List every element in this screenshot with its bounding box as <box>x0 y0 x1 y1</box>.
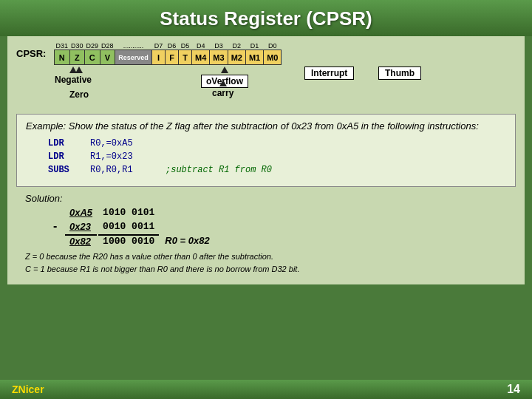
note-text: Z = 0 because the R20 has a value other … <box>25 251 507 276</box>
code-table: LDR R0,=0xA5 LDR R1,=0x23 SUBS R0,R0,R1 … <box>41 136 279 177</box>
result-3: R0 = 0x82 <box>160 234 214 247</box>
bit-m4: M4 <box>192 50 210 65</box>
hex-3: 0x82 <box>65 234 97 247</box>
register-table: D31 D30 D29 D28 ........... D7 D6 D5 D4 … <box>54 42 282 65</box>
bit-f: F <box>166 50 179 65</box>
register-main-row: N Z C V Reserved I F T M4 M3 M2 M1 M0 <box>55 50 282 65</box>
mnemonic-3: SUBS <box>42 164 83 176</box>
label-d1: D1 <box>245 42 263 50</box>
bit-t: T <box>179 50 192 65</box>
note-1: Z = 0 because the R20 has a value other … <box>25 251 507 262</box>
label-d3: D3 <box>210 42 228 50</box>
prefix-3 <box>49 234 64 247</box>
operand-1: R0,=0xA5 <box>84 137 158 149</box>
carry-label: carry <box>212 88 233 98</box>
result-2 <box>160 219 214 233</box>
comment-1 <box>160 137 278 149</box>
label-d0: D0 <box>264 42 282 50</box>
bin-3: 1000 0010 <box>98 234 159 247</box>
example-box: Example: Show the status of the Z flag a… <box>16 114 516 187</box>
cpsr-label: CPSR: <box>16 48 50 59</box>
bit-z: Z <box>69 50 85 65</box>
label-d4: D4 <box>192 42 210 50</box>
cpsr-label-row: CPSR: D31 D30 D29 D28 ........... D7 D6 … <box>16 42 516 65</box>
bin-1: 1010 0101 <box>98 207 159 218</box>
logo-text: Nicer <box>18 383 44 395</box>
bit-c: C <box>85 50 100 65</box>
solution-table: 0xA5 1010 0101 - 0x23 0010 0011 0x82 100… <box>47 205 216 248</box>
example-title: Example: Show the status of the Z flag a… <box>26 120 506 132</box>
bit-m1: M1 <box>245 50 263 65</box>
thumb-label: Thumb <box>378 66 421 80</box>
mnemonic-2: LDR <box>42 151 83 163</box>
operand-2: R1,=0x23 <box>84 151 158 163</box>
note-2: C = 1 because R1 is not bigger than R0 a… <box>25 264 507 275</box>
solution-row-2: - 0x23 0010 0011 <box>49 219 214 233</box>
solution-label: Solution: <box>25 193 507 204</box>
thumb-label-group: Thumb <box>378 66 421 80</box>
bit-m2: M2 <box>228 50 245 65</box>
bit-i: I <box>152 50 166 65</box>
comment-2 <box>160 151 278 163</box>
bit-n: N <box>55 50 70 65</box>
code-row-3: SUBS R0,R0,R1 ;subtract R1 from R0 <box>42 164 278 176</box>
result-1 <box>160 207 214 218</box>
prefix-1 <box>49 207 64 218</box>
hex-1: 0xA5 <box>65 207 97 218</box>
zero-label: Zero <box>69 89 89 100</box>
cpsr-section: CPSR: D31 D30 D29 D28 ........... D7 D6 … <box>16 42 516 109</box>
title-bar: Status Register (CPSR) <box>0 0 532 36</box>
bit-reserved: Reserved <box>115 50 152 65</box>
label-d7: D7 <box>152 42 166 50</box>
carry-label-group: carry <box>212 66 233 98</box>
solution-row-3: 0x82 1000 0010 R0 = 0x82 <box>49 234 214 247</box>
bit-m3: M3 <box>210 50 228 65</box>
solution-section: Solution: 0xA5 1010 0101 - 0x23 0010 001… <box>16 190 516 279</box>
main-content: CPSR: D31 D30 D29 D28 ........... D7 D6 … <box>7 36 525 284</box>
bin-2: 0010 0011 <box>98 219 159 233</box>
comment-3: ;subtract R1 from R0 <box>160 164 278 176</box>
hex-2: 0x23 <box>65 219 97 233</box>
prefix-2: - <box>49 219 64 233</box>
bit-m0: M0 <box>264 50 282 65</box>
interrupt-label-group: Interrupt <box>304 66 354 80</box>
logo-z: Z <box>12 383 18 395</box>
interrupt-label: Interrupt <box>304 66 354 80</box>
page-number: 14 <box>507 383 520 396</box>
bottom-logo: ZNicer <box>12 383 44 395</box>
zero-label-group: Zero <box>69 66 89 100</box>
label-d6: D6 <box>166 42 179 50</box>
page-title: Status Register (CPSR) <box>0 7 532 30</box>
label-d29: D29 <box>85 42 100 50</box>
mnemonic-1: LDR <box>42 137 83 149</box>
bit-v: V <box>100 50 115 65</box>
label-d28: D28 <box>100 42 115 50</box>
label-d30: D30 <box>69 42 85 50</box>
bottom-bar: ZNicer 14 <box>0 380 532 399</box>
code-row-2: LDR R1,=0x23 <box>42 151 278 163</box>
solution-row-1: 0xA5 1010 0101 <box>49 207 214 218</box>
label-d31: D31 <box>55 42 70 50</box>
label-d2: D2 <box>228 42 245 50</box>
register-top-row: D31 D30 D29 D28 ........... D7 D6 D5 D4 … <box>55 42 282 50</box>
operand-3: R0,R0,R1 <box>84 164 158 176</box>
label-dots: ........... <box>115 42 152 50</box>
label-d5: D5 <box>179 42 192 50</box>
code-row-1: LDR R0,=0xA5 <box>42 137 278 149</box>
